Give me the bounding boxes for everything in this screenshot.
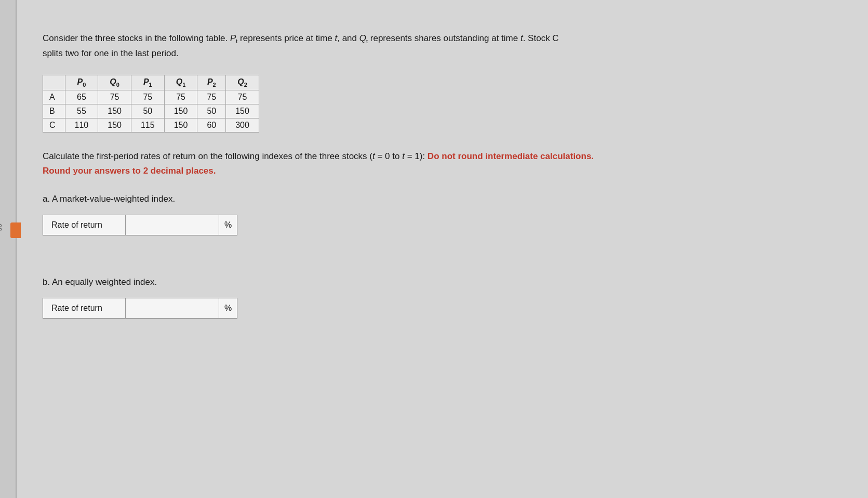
col-header-q1: Q1 (164, 75, 197, 90)
table-row: C11015011515060300 (43, 119, 259, 133)
section-a-rate-input[interactable] (126, 215, 219, 235)
section-a-input-row: Rate of return % (43, 215, 837, 235)
intro-text-6: splits two for one in the last period. (43, 48, 179, 58)
intro-text-4: represents shares outstanding at time (368, 33, 520, 43)
col-header-p0: P0 (65, 75, 98, 90)
section-b-rate-input[interactable] (126, 298, 219, 319)
section-b-label: b. An equally weighted index. (43, 277, 837, 287)
table-cell: 115 (131, 119, 164, 133)
instr-eq1: = 1): (405, 151, 428, 161)
table-row-label: C (43, 119, 65, 133)
sidebar-label: es (0, 224, 4, 231)
table-row-label: B (43, 104, 65, 119)
table-cell: 75 (164, 90, 197, 104)
instructions-paragraph: Calculate the first-period rates of retu… (43, 149, 614, 178)
table-cell: 75 (226, 90, 259, 104)
col-header-q2: Q2 (226, 75, 259, 90)
intro-text-1: Consider the three stocks in the followi… (43, 33, 230, 43)
section-b: b. An equally weighted index. Rate of re… (43, 277, 837, 319)
col-header-q0: Q0 (98, 75, 131, 90)
table-row-label: A (43, 90, 65, 104)
table-cell: 75 (98, 90, 131, 104)
table-row: B551505015050150 (43, 104, 259, 119)
section-b-input-row: Rate of return % (43, 298, 837, 319)
left-sidebar: es (0, 0, 17, 498)
table-cell: 150 (164, 104, 197, 119)
table-cell: 50 (131, 104, 164, 119)
table-row: A657575757575 (43, 90, 259, 104)
table-cell: 60 (197, 119, 226, 133)
intro-text-2: represents price at time (237, 33, 335, 43)
col-header-p1: P1 (131, 75, 164, 90)
table-cell: 150 (164, 119, 197, 133)
table-cell: 50 (197, 104, 226, 119)
table-cell: 75 (197, 90, 226, 104)
section-a-percent: % (219, 215, 237, 235)
table-cell: 150 (226, 104, 259, 119)
col-header-p2: P2 (197, 75, 226, 90)
instr-eq0: = 0 to (375, 151, 402, 161)
section-a-rate-label: Rate of return (43, 215, 126, 235)
table-cell: 65 (65, 90, 98, 104)
intro-text-5: . Stock C (523, 33, 559, 43)
table-cell: 150 (98, 119, 131, 133)
table-cell: 300 (226, 119, 259, 133)
intro-paragraph: Consider the three stocks in the followi… (43, 31, 666, 60)
orange-dot (10, 222, 21, 238)
table-cell: 55 (65, 104, 98, 119)
qt-label: Qt (359, 33, 368, 43)
stock-data-table: P0 Q0 P1 Q1 P2 Q2 A657575757575B55150501… (43, 75, 259, 133)
pt-label: Pt (230, 33, 237, 43)
section-b-percent: % (219, 298, 237, 319)
col-header-stock (43, 75, 65, 90)
intro-text-3: , and (337, 33, 359, 43)
main-content: Consider the three stocks in the followi… (17, 0, 868, 498)
table-cell: 75 (131, 90, 164, 104)
section-a-label: a. A market-value-weighted index. (43, 194, 837, 204)
section-b-rate-label: Rate of return (43, 298, 126, 319)
table-cell: 150 (98, 104, 131, 119)
table-cell: 110 (65, 119, 98, 133)
instr-text1: Calculate the first-period rates of retu… (43, 151, 372, 161)
